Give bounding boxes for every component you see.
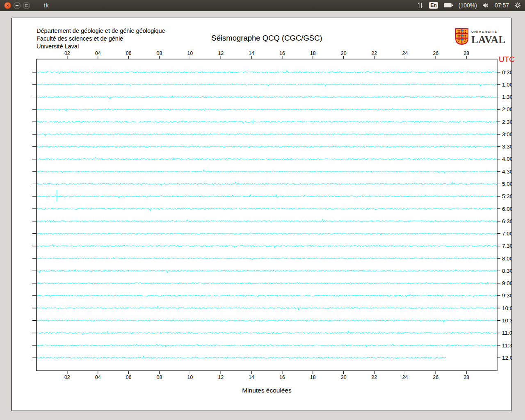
svg-text:9:00: 9:00 bbox=[502, 280, 512, 286]
svg-text:8:30: 8:30 bbox=[502, 268, 512, 274]
svg-text:06: 06 bbox=[126, 50, 132, 56]
svg-text:3:30: 3:30 bbox=[502, 144, 512, 150]
svg-text:2:30: 2:30 bbox=[502, 119, 512, 125]
session-gear-icon[interactable] bbox=[514, 2, 521, 9]
svg-text:22: 22 bbox=[372, 50, 377, 56]
svg-text:26: 26 bbox=[433, 374, 438, 380]
svg-text:11:00: 11:00 bbox=[502, 330, 512, 336]
battery-percent[interactable]: (100%) bbox=[459, 2, 477, 9]
svg-text:02: 02 bbox=[64, 374, 70, 380]
svg-text:16: 16 bbox=[279, 50, 285, 56]
svg-text:04: 04 bbox=[95, 50, 101, 56]
seismogram-traces bbox=[37, 70, 497, 359]
svg-text:16: 16 bbox=[279, 374, 285, 380]
svg-text:14: 14 bbox=[249, 50, 254, 56]
keyboard-layout-indicator[interactable]: En bbox=[429, 2, 438, 9]
svg-text:20: 20 bbox=[341, 50, 347, 56]
svg-text:04: 04 bbox=[95, 374, 101, 380]
svg-text:02: 02 bbox=[64, 50, 70, 56]
trace-ticks-right bbox=[497, 72, 500, 358]
svg-text:1:00: 1:00 bbox=[502, 82, 512, 88]
svg-text:4:00: 4:00 bbox=[502, 156, 512, 162]
svg-text:26: 26 bbox=[433, 50, 438, 56]
svg-text:3:00: 3:00 bbox=[502, 131, 512, 137]
svg-text:0:30: 0:30 bbox=[502, 69, 512, 75]
window-title: tk bbox=[44, 2, 49, 9]
svg-text:1:30: 1:30 bbox=[502, 94, 512, 100]
plot-border bbox=[37, 59, 497, 371]
svg-text:28: 28 bbox=[463, 50, 469, 56]
maximize-icon bbox=[25, 4, 28, 7]
svg-text:10:30: 10:30 bbox=[502, 317, 512, 324]
svg-text:18: 18 bbox=[310, 50, 316, 56]
svg-text:18: 18 bbox=[310, 374, 316, 380]
minimize-icon bbox=[16, 5, 18, 6]
svg-text:08: 08 bbox=[157, 374, 162, 380]
svg-text:6:00: 6:00 bbox=[502, 206, 512, 212]
svg-text:12:00: 12:00 bbox=[502, 355, 512, 361]
svg-text:5:30: 5:30 bbox=[502, 193, 512, 199]
svg-text:6:30: 6:30 bbox=[502, 218, 512, 224]
svg-text:20: 20 bbox=[341, 374, 347, 380]
trace-time-labels: 0:301:001:302:002:303:003:304:004:305:00… bbox=[502, 69, 512, 361]
svg-text:08: 08 bbox=[157, 50, 162, 56]
svg-text:22: 22 bbox=[372, 374, 377, 380]
svg-text:7:00: 7:00 bbox=[502, 231, 512, 237]
svg-text:5:00: 5:00 bbox=[502, 181, 512, 187]
svg-text:2:00: 2:00 bbox=[502, 106, 512, 112]
svg-text:11:30: 11:30 bbox=[502, 342, 512, 349]
battery-icon[interactable] bbox=[443, 2, 453, 8]
window-minimize-button[interactable] bbox=[14, 2, 21, 9]
svg-text:28: 28 bbox=[463, 374, 469, 380]
volume-icon[interactable] bbox=[482, 2, 489, 8]
svg-text:9:30: 9:30 bbox=[502, 292, 512, 299]
svg-text:12: 12 bbox=[218, 50, 224, 56]
trace-events bbox=[57, 119, 253, 201]
svg-text:06: 06 bbox=[126, 374, 132, 380]
x-ticks-bottom: 0204060810121416182022242628 bbox=[64, 371, 469, 380]
window-maximize-button[interactable] bbox=[23, 2, 30, 9]
desktop-top-panel: × tk En (100%) 07:57 bbox=[0, 0, 525, 11]
svg-text:14: 14 bbox=[249, 374, 254, 380]
network-updown-icon[interactable] bbox=[417, 2, 424, 9]
x-axis-title: Minutes écoulées bbox=[37, 387, 497, 394]
svg-text:12: 12 bbox=[218, 374, 224, 380]
x-ticks-top: 0204060810121416182022242628 bbox=[64, 50, 469, 59]
svg-text:8:00: 8:00 bbox=[502, 256, 512, 262]
window-close-button[interactable]: × bbox=[4, 2, 11, 9]
svg-text:10: 10 bbox=[187, 374, 193, 380]
trace-ticks-left bbox=[32, 72, 37, 358]
svg-text:10:00: 10:00 bbox=[502, 305, 512, 311]
svg-text:24: 24 bbox=[402, 50, 408, 56]
seismograph-window: Département de géologie et de génie géol… bbox=[11, 18, 511, 411]
svg-text:10: 10 bbox=[187, 50, 193, 56]
svg-text:24: 24 bbox=[402, 374, 408, 380]
seismograph-plot: 0204060810121416182022242628020406081012… bbox=[12, 18, 512, 411]
svg-text:4:30: 4:30 bbox=[502, 169, 512, 175]
svg-text:7:30: 7:30 bbox=[502, 243, 512, 249]
clock[interactable]: 07:57 bbox=[495, 2, 509, 9]
